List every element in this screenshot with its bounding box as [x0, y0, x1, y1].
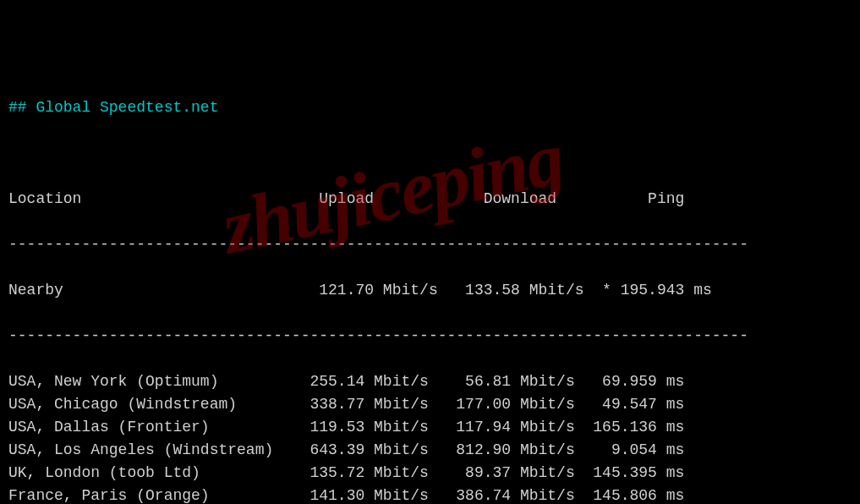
blank-line — [8, 142, 852, 165]
divider: ----------------------------------------… — [8, 233, 852, 256]
table-row: UK, London (toob Ltd) 135.72 Mbit/s 89.3… — [8, 462, 852, 485]
table-row: France, Paris (Orange) 141.30 Mbit/s 386… — [8, 485, 852, 504]
table-row: USA, New York (Optimum) 255.14 Mbit/s 56… — [8, 370, 852, 393]
table-row: USA, Dallas (Frontier) 119.53 Mbit/s 117… — [8, 416, 852, 439]
divider: ----------------------------------------… — [8, 325, 852, 348]
table-row: USA, Los Angeles (Windstream) 643.39 Mbi… — [8, 439, 852, 462]
section-title: ## Global Speedtest.net — [8, 96, 852, 119]
table-header: Location Upload Download Ping — [8, 188, 852, 211]
nearby-row: Nearby 121.70 Mbit/s 133.58 Mbit/s * 195… — [8, 279, 852, 302]
table-row: USA, Chicago (Windstream) 338.77 Mbit/s … — [8, 393, 852, 416]
